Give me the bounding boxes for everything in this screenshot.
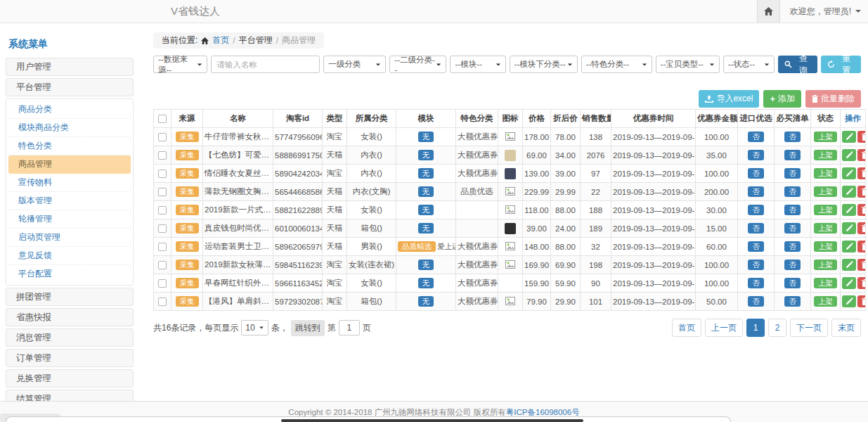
import-select-toggle[interactable]: 否 [748,205,764,215]
row-checkbox[interactable] [158,206,167,215]
sidebar-item-轮播管理[interactable]: 轮播管理 [8,210,131,229]
filter-select-7[interactable]: --状态-- [723,56,775,73]
must-buy-toggle[interactable]: 否 [784,168,801,179]
sidebar-item-商品分类[interactable]: 商品分类 [8,101,131,119]
sidebar-item-意见反馈[interactable]: 意见反馈 [8,247,131,265]
row-checkbox[interactable] [158,298,167,306]
edit-button[interactable] [842,131,856,143]
page-button-下一页[interactable]: 下一页 [790,319,828,337]
import-select-toggle[interactable]: 否 [748,168,764,179]
page-button-末页[interactable]: 末页 [831,319,861,337]
must-buy-toggle[interactable]: 否 [784,186,801,197]
page-number-input[interactable] [339,320,360,335]
must-buy-toggle[interactable]: 否 [784,278,801,288]
edit-button[interactable] [842,204,856,216]
page-button-1[interactable]: 1 [746,319,765,337]
status-badge[interactable]: 上架 [814,205,837,215]
sidebar-item-订单管理[interactable]: 订单管理 [6,349,134,367]
sidebar-item-版本管理[interactable]: 版本管理 [8,192,131,210]
must-buy-toggle[interactable]: 否 [784,223,801,234]
delete-button[interactable] [857,241,866,252]
row-checkbox[interactable] [158,151,167,160]
delete-button[interactable] [857,167,866,179]
sidebar-item-启动页管理[interactable]: 启动页管理 [8,229,131,247]
delete-button[interactable] [857,131,866,143]
reset-button[interactable]: 重置 [821,56,861,73]
must-buy-toggle[interactable]: 否 [784,260,801,270]
delete-button[interactable] [857,186,866,198]
import-select-toggle[interactable]: 否 [748,223,764,234]
page-button-首页[interactable]: 首页 [672,319,701,337]
filter-select-1[interactable]: 一级分类 [323,56,386,73]
home-button[interactable] [757,0,780,23]
import-select-toggle[interactable]: 否 [748,186,764,197]
sidebar-item-消息管理[interactable]: 消息管理 [6,328,134,347]
sidebar-item-平台管理[interactable]: 平台管理 [6,78,134,96]
must-buy-toggle[interactable]: 否 [784,296,801,307]
must-buy-toggle[interactable]: 否 [784,205,801,215]
row-checkbox[interactable] [158,170,167,178]
sidebar-item-模块商品分类[interactable]: 模块商品分类 [8,119,131,137]
row-checkbox[interactable] [158,243,167,251]
filter-select-2[interactable]: --二级分类-- [389,56,446,73]
edit-button[interactable] [842,222,856,234]
page-button-上一页[interactable]: 上一页 [705,319,743,337]
breadcrumb-home-link[interactable]: 首页 [212,34,229,46]
status-badge[interactable]: 上架 [814,296,837,307]
status-badge[interactable]: 上架 [814,186,837,197]
edit-button[interactable] [842,295,856,307]
delete-button[interactable] [857,204,866,216]
status-badge[interactable]: 上架 [814,132,837,142]
delete-button[interactable] [857,277,866,289]
data-source-select[interactable]: --数据来源-- [153,56,207,73]
import-select-toggle[interactable]: 否 [748,260,764,270]
user-menu[interactable]: 欢迎您，管理员! [790,6,861,18]
filter-select-6[interactable]: --宝贝类型-- [656,56,720,73]
sidebar-item-结算管理[interactable]: 结算管理 [6,390,134,401]
filter-select-3[interactable]: --模块-- [450,56,505,73]
delete-button[interactable] [857,149,866,161]
delete-button[interactable] [857,295,866,307]
add-button[interactable]: + 添加 [763,90,801,108]
sidebar-item-商品管理[interactable]: 商品管理 [8,155,131,174]
delete-button[interactable] [857,222,866,234]
edit-button[interactable] [842,167,856,179]
delete-button[interactable] [857,259,866,271]
import-select-toggle[interactable]: 否 [748,132,764,142]
edit-button[interactable] [842,277,856,289]
row-checkbox[interactable] [158,279,167,288]
must-buy-toggle[interactable]: 否 [784,132,801,142]
status-badge[interactable]: 上架 [814,150,837,160]
import-select-toggle[interactable]: 否 [748,296,764,307]
row-checkbox[interactable] [158,188,167,196]
batch-delete-button[interactable]: 批量删除 [805,90,861,108]
search-button[interactable]: 查询 [778,56,818,73]
sidebar-item-特色分类[interactable]: 特色分类 [8,137,131,155]
sidebar-item-用户管理[interactable]: 用户管理 [6,58,134,76]
status-badge[interactable]: 上架 [814,241,837,252]
filter-select-4[interactable]: --模块下分类-- [510,56,578,73]
sidebar-item-兑换管理[interactable]: 兑换管理 [6,369,134,388]
edit-button[interactable] [842,259,856,271]
select-all-checkbox[interactable] [158,115,167,123]
import-select-toggle[interactable]: 否 [748,241,764,252]
name-search-input[interactable] [211,56,320,73]
status-badge[interactable]: 上架 [814,168,837,179]
per-page-select[interactable]: 10 [241,320,268,335]
sidebar-item-宣传物料[interactable]: 宣传物料 [8,174,131,192]
edit-button[interactable] [842,186,856,198]
jump-button[interactable]: 跳转到 [291,320,325,336]
row-checkbox[interactable] [158,261,167,269]
row-checkbox[interactable] [158,133,167,141]
filter-select-5[interactable]: --特色分类-- [581,56,652,73]
import-select-toggle[interactable]: 否 [748,150,764,160]
import-excel-button[interactable]: 导入excel [699,90,759,108]
must-buy-toggle[interactable]: 否 [784,150,801,160]
sidebar-item-平台配置[interactable]: 平台配置 [8,265,131,283]
row-checkbox[interactable] [158,224,167,233]
status-badge[interactable]: 上架 [814,260,837,270]
status-badge[interactable]: 上架 [814,223,837,234]
page-button-2[interactable]: 2 [768,319,786,337]
must-buy-toggle[interactable]: 否 [784,241,801,252]
import-select-toggle[interactable]: 否 [748,278,764,288]
